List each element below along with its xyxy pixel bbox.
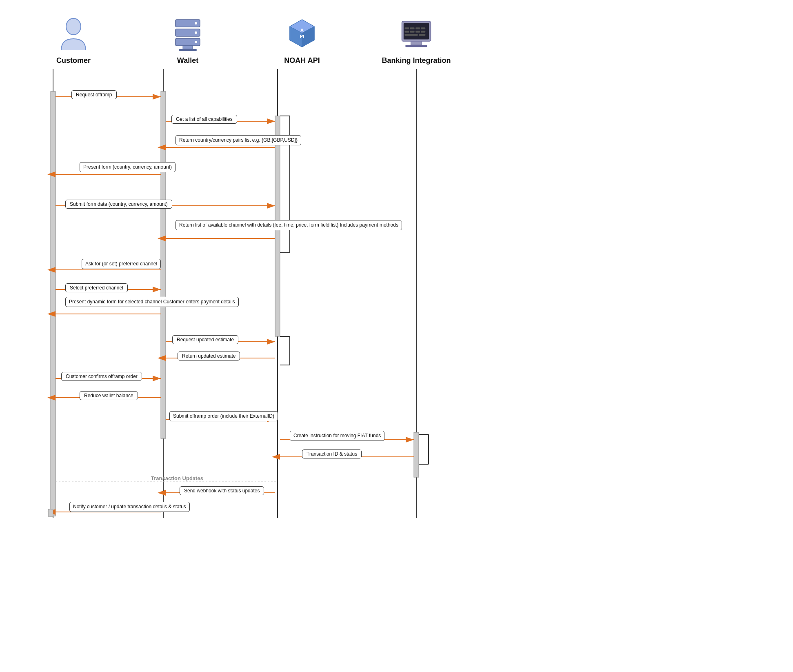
svg-rect-67 (48, 509, 53, 516)
diagram-container: Customer Wallet (0, 0, 490, 526)
api-icon: A PI (286, 16, 318, 53)
section-transaction-updates: Transaction Updates (151, 475, 203, 481)
svg-rect-19 (405, 27, 409, 29)
svg-point-6 (195, 41, 197, 43)
msg-dynamic-form: Present dynamic form for selected channe… (65, 297, 239, 307)
actor-customer: Customer (33, 16, 114, 65)
svg-point-4 (195, 22, 197, 24)
banking-label: Banking Integration (382, 56, 451, 65)
svg-text:PI: PI (300, 34, 304, 39)
svg-point-0 (66, 18, 81, 35)
svg-rect-36 (51, 91, 56, 516)
svg-rect-35 (414, 432, 419, 477)
svg-rect-25 (415, 31, 420, 32)
svg-rect-26 (421, 31, 426, 32)
msg-submit-order: Submit offramp order (include their Exte… (169, 411, 278, 421)
svg-rect-22 (421, 27, 426, 29)
msg-create-instruction: Create instruction for moving FIAT funds (290, 431, 384, 441)
msg-get-capabilities: Get a list of all capabilities (171, 115, 237, 124)
actors-row: Customer Wallet (0, 8, 490, 69)
svg-rect-20 (410, 27, 415, 29)
msg-transaction-id: Transaction ID & status (302, 449, 362, 458)
actor-wallet: Wallet (147, 16, 229, 65)
wallet-label: Wallet (177, 56, 198, 65)
msg-return-estimate: Return updated estimate (178, 352, 240, 360)
svg-rect-17 (411, 41, 422, 45)
svg-point-5 (195, 31, 197, 34)
msg-present-form: Present form (country, currency, amount) (80, 162, 175, 172)
svg-rect-8 (179, 49, 197, 51)
msg-return-channels: Return list of available channel with de… (175, 220, 402, 230)
customer-label: Customer (56, 56, 91, 65)
svg-rect-23 (405, 31, 409, 32)
msg-ask-channel: Ask for (or set) preferred channel (82, 259, 161, 269)
msg-select-channel: Select preferred channel (65, 283, 128, 292)
sequence-area: Request offramp Get a list of all capabi… (16, 69, 473, 518)
svg-rect-33 (161, 91, 166, 438)
msg-notify-customer: Notify customer / update transaction det… (69, 502, 190, 512)
msg-return-pairs: Return country/currency pairs list e.g. … (175, 135, 301, 145)
msg-reduce-balance: Reduce wallet balance (80, 391, 138, 400)
wallet-icon (171, 16, 204, 53)
svg-rect-27 (405, 34, 418, 36)
msg-request-offramp: Request offramp (71, 90, 117, 99)
actor-noah-api: A PI NOAH API (261, 16, 343, 65)
noah-api-label: NOAH API (284, 56, 320, 65)
msg-request-estimate: Request updated estimate (172, 335, 238, 344)
svg-rect-18 (405, 45, 427, 47)
msg-confirm-order: Customer confirms offramp order (61, 372, 142, 381)
svg-rect-21 (415, 27, 420, 29)
msg-webhook: Send webhook with status updates (180, 486, 264, 495)
msg-submit-form: Submit form data (country, currency, amo… (65, 200, 172, 209)
banking-icon (400, 16, 433, 53)
svg-rect-7 (183, 46, 193, 49)
customer-icon (57, 16, 90, 53)
svg-rect-24 (410, 31, 415, 32)
svg-rect-28 (419, 34, 425, 36)
actor-banking: Banking Integration (375, 16, 457, 65)
svg-text:A: A (300, 28, 304, 33)
